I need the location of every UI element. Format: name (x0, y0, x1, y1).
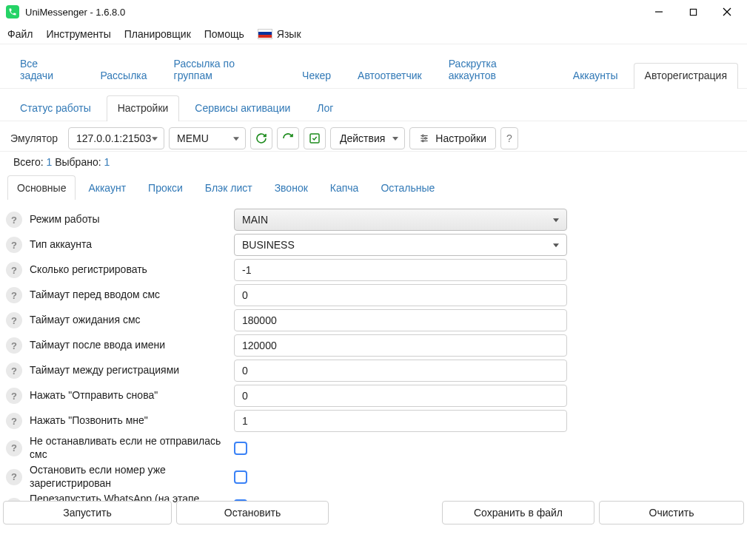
tab-autoresponder[interactable]: Автоответчик (346, 63, 433, 89)
subtab-main[interactable]: Основные (7, 175, 76, 200)
tab-group-mailing[interactable]: Рассылка по группам (163, 51, 287, 89)
selected-prefix: Выбрано: (55, 156, 101, 168)
press-resend-input[interactable] (234, 385, 567, 407)
help-icon[interactable]: ? (6, 287, 22, 303)
tab-log[interactable]: Лог (306, 95, 344, 121)
row-timeout-after-name: ? Таймаут после ввода имени (6, 334, 741, 357)
svg-point-10 (422, 140, 423, 141)
acct-type-value: BUSINESS (242, 239, 295, 251)
row-press-resend: ? Нажать "Отправить снова" (6, 385, 741, 407)
timeout-between-label: Таймаут между регистрациями (30, 364, 234, 377)
row-acct-type: ? Тип аккаунта BUSINESS (6, 234, 741, 256)
secondary-tabs: Статус работы Настройки Сервисы активаци… (0, 89, 747, 121)
mode-label: Режим работы (30, 213, 234, 226)
mode-select[interactable]: MAIN (234, 209, 567, 231)
row-timeout-between: ? Таймаут между регистрациями (6, 360, 741, 382)
help-icon[interactable]: ? (6, 362, 22, 379)
help-icon[interactable]: ? (6, 413, 22, 429)
acct-type-select[interactable]: BUSINESS (234, 234, 567, 256)
totals-line: Всего: 1 Выбрано: 1 (0, 152, 747, 172)
footer-buttons: Запустить Остановить Сохранить в файл Оч… (3, 501, 744, 524)
maximize-button[interactable] (676, 0, 710, 24)
help-icon[interactable]: ? (6, 312, 22, 328)
tab-settings[interactable]: Настройки (107, 95, 180, 121)
timeout-before-sms-label: Таймаут перед вводом смс (30, 289, 234, 302)
subtab-call[interactable]: Звонок (265, 175, 318, 200)
menu-scheduler[interactable]: Планировщик (124, 28, 191, 40)
subtab-other[interactable]: Остальные (371, 175, 444, 200)
press-call-input[interactable] (234, 410, 567, 432)
help-icon[interactable]: ? (6, 469, 22, 485)
menu-language[interactable]: Язык (258, 28, 301, 40)
tab-autoreg[interactable]: Авторегистрация (634, 63, 738, 89)
svg-rect-1 (690, 9, 696, 15)
menu-help[interactable]: Помощь (204, 28, 244, 40)
subtab-proxy[interactable]: Прокси (138, 175, 192, 200)
close-button[interactable] (710, 0, 744, 24)
stop-if-registered-checkbox[interactable] (234, 470, 247, 484)
help-icon[interactable]: ? (6, 262, 22, 278)
emulator-address-select[interactable]: 127.0.0.1:21503 (68, 127, 164, 149)
tab-status[interactable]: Статус работы (9, 95, 102, 121)
timeout-between-input[interactable] (234, 360, 567, 382)
app-icon (6, 5, 19, 18)
window-controls (642, 0, 744, 24)
row-timeout-wait-sms: ? Таймаут ожидания смс (6, 309, 741, 331)
subtab-account[interactable]: Аккаунт (78, 175, 135, 200)
actions-dropdown[interactable]: Действия (330, 127, 405, 149)
selected-value: 1 (104, 156, 110, 168)
help-icon[interactable]: ? (6, 212, 22, 228)
row-stop-if-registered: ? Остановить если номер уже зарегистриро… (6, 464, 741, 490)
timeout-wait-sms-input[interactable] (234, 309, 567, 331)
help-icon[interactable]: ? (6, 237, 22, 253)
minimize-button[interactable] (642, 0, 676, 24)
stop-if-registered-label: Остановить если номер уже зарегистрирова… (30, 464, 234, 490)
emulator-label: Эмулятор (10, 132, 58, 144)
press-call-label: Нажать "Позвонить мне" (30, 414, 234, 428)
row-timeout-before-sms: ? Таймаут перед вводом смс (6, 284, 741, 306)
help-icon[interactable]: ? (6, 440, 22, 456)
emulator-toolbar: Эмулятор 127.0.0.1:21503 MEMU Действия Н… (0, 121, 747, 152)
start-button[interactable]: Запустить (3, 501, 172, 524)
clear-button[interactable]: Очистить (599, 501, 744, 524)
actions-label: Действия (340, 132, 385, 144)
tab-activation[interactable]: Сервисы активации (184, 95, 301, 121)
mode-value: MAIN (242, 214, 268, 226)
reg-count-input[interactable] (234, 259, 567, 281)
timeout-before-sms-input[interactable] (234, 284, 567, 306)
svg-point-8 (425, 138, 426, 139)
tab-mailing[interactable]: Рассылка (89, 63, 158, 89)
save-to-file-button[interactable]: Сохранить в файл (442, 501, 594, 524)
refresh-button[interactable] (250, 127, 272, 149)
stop-button[interactable]: Остановить (176, 501, 329, 524)
toolbar-settings-button[interactable]: Настройки (409, 127, 496, 149)
sliders-icon (419, 133, 429, 144)
check-button[interactable] (304, 127, 326, 149)
totals-value: 1 (47, 156, 53, 168)
primary-tabs: Все задачи Рассылка Рассылка по группам … (0, 44, 747, 89)
reload-button[interactable] (277, 127, 299, 149)
timeout-after-name-input[interactable] (234, 334, 567, 357)
timeout-wait-sms-label: Таймаут ожидания смс (30, 314, 234, 327)
totals-prefix: Всего: (13, 156, 44, 168)
toolbar-help-button[interactable]: ? (500, 127, 518, 149)
menu-file[interactable]: Файл (7, 28, 33, 40)
settings-form: ? Режим работы MAIN ? Тип аккаунта BUSIN… (0, 200, 747, 519)
tab-all-tasks[interactable]: Все задачи (9, 51, 84, 89)
menu-language-label: Язык (277, 28, 301, 40)
tab-promotion[interactable]: Раскрутка аккаунтов (438, 51, 557, 89)
subtab-captcha[interactable]: Капча (321, 175, 369, 200)
emulator-type-select[interactable]: MEMU (169, 127, 246, 149)
subtab-blacklist[interactable]: Блэк лист (195, 175, 262, 200)
help-icon[interactable]: ? (6, 337, 22, 354)
menu-tools[interactable]: Инструменты (46, 28, 110, 40)
tab-checker[interactable]: Чекер (291, 63, 342, 89)
no-stop-sms-checkbox[interactable] (234, 442, 247, 455)
emulator-address-value: 127.0.0.1:21503 (76, 132, 151, 144)
emulator-type-value: MEMU (177, 132, 209, 144)
row-no-stop-sms: ? Не останавливать если не отправилась с… (6, 435, 741, 461)
window-title: UniMessenger - 1.6.8.0 (25, 7, 642, 18)
flag-ru-icon (258, 29, 272, 39)
tab-accounts[interactable]: Аккаунты (562, 63, 629, 89)
help-icon[interactable]: ? (6, 388, 22, 404)
